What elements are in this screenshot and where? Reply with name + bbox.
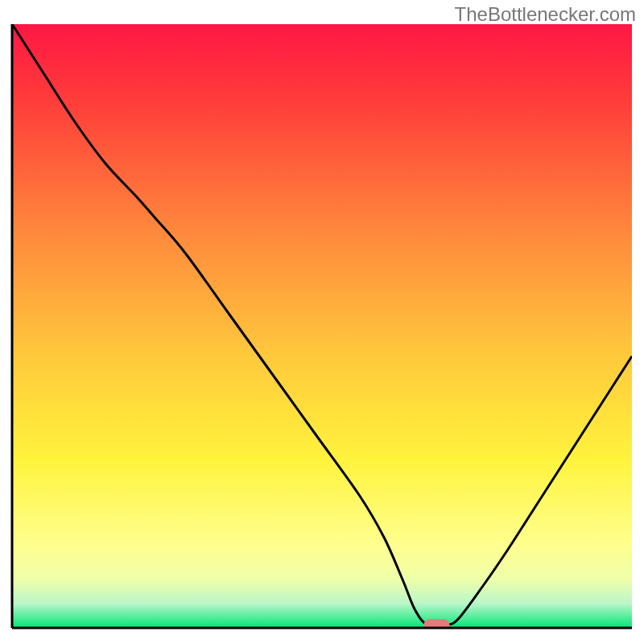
gradient-background xyxy=(12,24,632,628)
watermark-label: TheBottleneсker.com xyxy=(455,3,636,26)
chart-svg xyxy=(0,0,644,644)
bottleneck-chart: TheBottleneсker.com xyxy=(0,0,644,644)
